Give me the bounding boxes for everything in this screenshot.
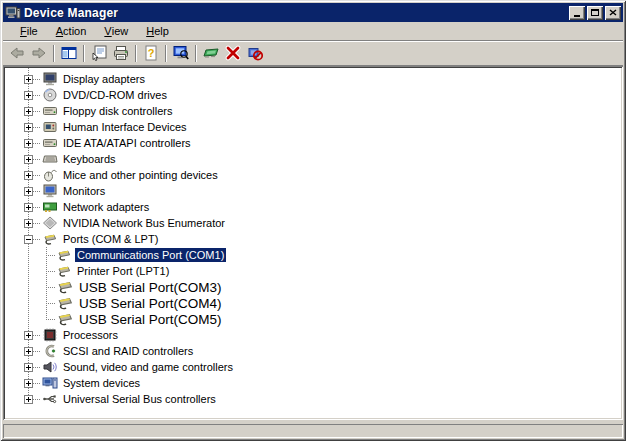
tree-connector bbox=[33, 207, 41, 208]
print-button[interactable] bbox=[110, 42, 132, 64]
ide-controller-icon bbox=[42, 135, 58, 151]
nvidia-enumerator-icon bbox=[42, 215, 58, 231]
tree-item[interactable]: Processors bbox=[5, 327, 621, 343]
display-adapter-icon bbox=[42, 71, 58, 87]
tree-item[interactable]: USB Serial Port(COM3) bbox=[5, 279, 621, 295]
tree-connector bbox=[33, 335, 41, 336]
properties-button[interactable] bbox=[88, 42, 110, 64]
tree-item[interactable]: Mice and other pointing devices bbox=[5, 167, 621, 183]
tree-item[interactable]: Human Interface Devices bbox=[5, 119, 621, 135]
port-icon bbox=[42, 231, 58, 247]
tree-item[interactable]: USB Serial Port(COM4) bbox=[5, 295, 621, 311]
tree-item[interactable]: Keyboards bbox=[5, 151, 621, 167]
menu-item-action[interactable]: Action bbox=[47, 22, 96, 40]
minimize-button[interactable] bbox=[569, 6, 585, 20]
expand-toggle[interactable] bbox=[24, 107, 33, 116]
tree-item-label: Universal Serial Bus controllers bbox=[61, 392, 218, 406]
scan-for-hardware-changes-button[interactable] bbox=[170, 42, 192, 64]
tree-item-label: Mice and other pointing devices bbox=[61, 168, 220, 182]
scan-hardware-icon bbox=[173, 45, 189, 61]
tree-item-label: USB Serial Port(COM3) bbox=[77, 279, 224, 296]
tree-item-label: SCSI and RAID controllers bbox=[61, 344, 195, 358]
menu-item-view[interactable]: View bbox=[95, 22, 137, 40]
expand-toggle[interactable] bbox=[24, 203, 33, 212]
close-button[interactable] bbox=[605, 6, 621, 20]
tree-item-selected[interactable]: Communications Port (COM1) bbox=[5, 247, 621, 263]
expand-toggle[interactable] bbox=[24, 379, 33, 388]
sound-icon bbox=[42, 359, 58, 375]
expand-toggle[interactable] bbox=[24, 395, 33, 404]
expand-toggle[interactable] bbox=[24, 347, 33, 356]
expand-toggle[interactable] bbox=[24, 123, 33, 132]
tree-item[interactable]: Monitors bbox=[5, 183, 621, 199]
tree-item-label: Human Interface Devices bbox=[61, 120, 189, 134]
tree-item[interactable]: System devices bbox=[5, 375, 621, 391]
update-driver-button[interactable] bbox=[200, 42, 222, 64]
tree-connector bbox=[33, 95, 41, 96]
tree-item[interactable]: Universal Serial Bus controllers bbox=[5, 391, 621, 407]
tree-item[interactable]: USB Serial Port(COM5) bbox=[5, 311, 621, 327]
expand-toggle[interactable] bbox=[24, 187, 33, 196]
tree-item[interactable]: Display adapters bbox=[5, 71, 621, 87]
tree-item[interactable]: Network adapters bbox=[5, 199, 621, 215]
toolbar-separator bbox=[165, 45, 167, 62]
tree-item[interactable]: Floppy disk controllers bbox=[5, 103, 621, 119]
forward-button[interactable] bbox=[28, 42, 50, 64]
tree-item[interactable]: Ports (COM & LPT) bbox=[5, 231, 621, 247]
tree-item[interactable]: IDE ATA/ATAPI controllers bbox=[5, 135, 621, 151]
tree-connector bbox=[46, 271, 55, 272]
tree-connector bbox=[33, 399, 41, 400]
update-driver-icon bbox=[203, 45, 219, 61]
tree-item-label: Network adapters bbox=[61, 200, 151, 214]
device-manager-window: Device Manager FileActionViewHelp Displa… bbox=[0, 0, 626, 441]
tree-item[interactable]: DVD/CD-ROM drives bbox=[5, 87, 621, 103]
tree-item[interactable]: NVIDIA Network Bus Enumerator bbox=[5, 215, 621, 231]
device-tree: Display adapters DVD/CD-ROM drives Flopp… bbox=[5, 68, 621, 418]
usb-controller-icon bbox=[42, 391, 58, 407]
expand-toggle[interactable] bbox=[24, 91, 33, 100]
expand-toggle[interactable] bbox=[24, 171, 33, 180]
disable-button[interactable] bbox=[222, 42, 244, 64]
tree-connector bbox=[33, 351, 41, 352]
expand-toggle[interactable] bbox=[24, 75, 33, 84]
tree-item-label: DVD/CD-ROM drives bbox=[61, 88, 169, 102]
device-manager-app-icon bbox=[5, 5, 21, 21]
forward-arrow-icon bbox=[31, 45, 47, 61]
title-bar: Device Manager bbox=[3, 3, 623, 22]
expand-toggle[interactable] bbox=[24, 155, 33, 164]
console-tree-icon bbox=[61, 45, 77, 61]
tree-item-label: System devices bbox=[61, 376, 142, 390]
monitor-icon bbox=[42, 183, 58, 199]
tree-item-label: Monitors bbox=[61, 184, 107, 198]
uninstall-button[interactable] bbox=[244, 42, 266, 64]
help-button[interactable] bbox=[140, 42, 162, 64]
tree-item[interactable]: SCSI and RAID controllers bbox=[5, 343, 621, 359]
tree-guide-line bbox=[46, 247, 47, 319]
menu-item-file[interactable]: File bbox=[11, 22, 47, 40]
maximize-button[interactable] bbox=[587, 6, 603, 20]
minimize-icon bbox=[574, 15, 580, 17]
tree-connector bbox=[33, 143, 41, 144]
tree-connector bbox=[33, 79, 41, 80]
menu-bar: FileActionViewHelp bbox=[3, 22, 623, 41]
keyboard-icon bbox=[42, 151, 58, 167]
disable-icon bbox=[225, 45, 241, 61]
tree-connector bbox=[33, 159, 41, 160]
tree-item[interactable]: Printer Port (LPT1) bbox=[5, 263, 621, 279]
expand-toggle[interactable] bbox=[24, 219, 33, 228]
tree-item[interactable]: Sound, video and game controllers bbox=[5, 359, 621, 375]
dvd-drive-icon bbox=[42, 87, 58, 103]
show-hide-console-tree-button[interactable] bbox=[58, 42, 80, 64]
expand-toggle[interactable] bbox=[24, 139, 33, 148]
menu-item-help[interactable]: Help bbox=[137, 22, 178, 40]
expand-toggle[interactable] bbox=[24, 331, 33, 340]
back-button[interactable] bbox=[6, 42, 28, 64]
tree-connector bbox=[33, 239, 41, 240]
port-icon bbox=[56, 263, 72, 279]
tree-item-label: USB Serial Port(COM4) bbox=[77, 295, 224, 312]
tree-item-label: Communications Port (COM1) bbox=[75, 248, 226, 262]
expand-toggle[interactable] bbox=[24, 363, 33, 372]
tree-connector bbox=[33, 111, 41, 112]
toolbar-separator bbox=[135, 45, 137, 62]
expand-toggle[interactable] bbox=[24, 235, 33, 244]
